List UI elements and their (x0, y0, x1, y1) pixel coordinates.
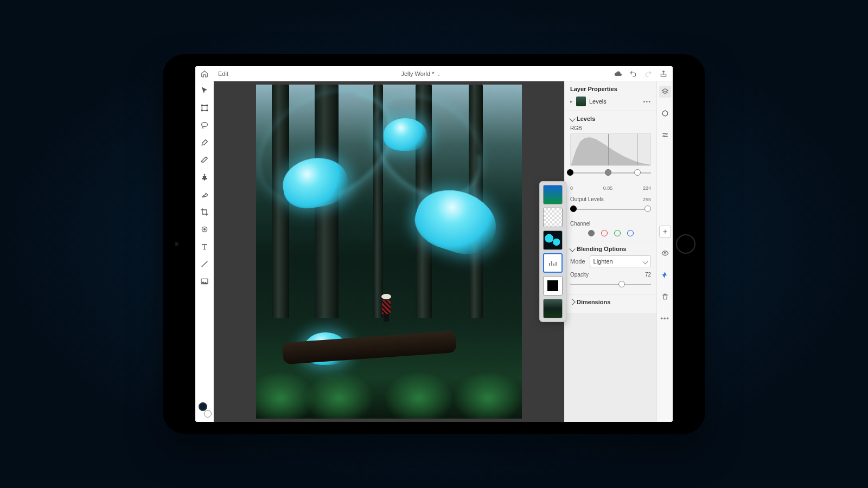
output-levels-label: Output Levels (570, 196, 604, 202)
input-mid-value: 0.85 (603, 185, 613, 191)
chevron-down-icon (643, 259, 648, 264)
undo-icon[interactable] (629, 70, 637, 78)
transform-tool[interactable] (200, 103, 209, 113)
document-title[interactable]: Jelly World * ⌄ (228, 70, 614, 77)
layer-more-icon[interactable]: ••• (643, 98, 651, 105)
output-levels-slider[interactable] (570, 206, 651, 214)
shape-tool[interactable] (200, 224, 209, 234)
canvas-area[interactable] (214, 81, 564, 422)
channel-heading: Channel (570, 221, 651, 227)
layer-thumb-gradient[interactable] (543, 185, 563, 204)
redo-icon[interactable] (644, 70, 652, 78)
chevron-down-icon: ⌄ (437, 72, 441, 77)
brush-tool[interactable] (200, 138, 209, 147)
more-icon[interactable]: ••• (659, 312, 671, 324)
panel-header: Layer Properties (565, 81, 656, 94)
svg-point-8 (203, 229, 205, 230)
dimensions-section: Dimensions (565, 294, 656, 313)
clone-tool[interactable] (200, 172, 209, 182)
input-mid-knob[interactable] (605, 169, 611, 176)
input-white-knob[interactable] (634, 169, 641, 176)
input-levels-slider[interactable] (570, 169, 651, 178)
mode-label: Mode (570, 258, 585, 265)
crop-tool[interactable] (200, 207, 209, 217)
left-toolbar (195, 81, 214, 422)
dimensions-section-toggle[interactable]: Dimensions (570, 299, 651, 305)
properties-panel: Layer Properties ▸ Levels ••• Levels RGB (564, 81, 656, 422)
adjustments-icon[interactable] (659, 129, 671, 141)
visibility-icon[interactable] (659, 247, 671, 259)
trash-icon[interactable] (659, 291, 671, 303)
blending-section-toggle[interactable]: Blending Options (570, 246, 651, 252)
eraser-tool[interactable] (200, 155, 209, 165)
output-white-knob[interactable] (644, 206, 651, 212)
opacity-value: 72 (645, 272, 651, 278)
channel-selector (570, 230, 651, 236)
share-icon[interactable] (660, 70, 667, 78)
cloud-icon[interactable] (614, 70, 622, 78)
svg-point-2 (201, 105, 202, 106)
expand-icon: ▸ (570, 99, 573, 104)
place-image-tool[interactable] (200, 277, 209, 286)
layer-thumb-transparent[interactable] (543, 208, 563, 227)
opacity-knob[interactable] (618, 281, 625, 287)
ipad-frame: Edit Jelly World * ⌄ (163, 54, 705, 434)
levels-section: Levels RGB 0 0.85 (565, 111, 656, 241)
edit-menu[interactable]: Edit (218, 70, 228, 77)
input-black-knob[interactable] (567, 169, 573, 176)
output-black-knob[interactable] (570, 206, 577, 212)
opacity-label: Opacity (570, 272, 589, 278)
output-white-value: 255 (643, 197, 651, 202)
svg-point-4 (201, 110, 202, 111)
input-black-value: 0 (570, 185, 573, 191)
layer-thumb-mask[interactable] (543, 276, 563, 296)
layer-thumb-levels[interactable] (543, 253, 563, 273)
svg-rect-1 (202, 105, 207, 110)
layer-thumb-forest[interactable] (543, 299, 563, 318)
channel-rgb[interactable] (588, 230, 595, 236)
blending-section: Blending Options Mode Lighten Opacity 72 (565, 241, 656, 294)
type-tool[interactable] (200, 242, 209, 252)
ipad-home-button[interactable] (676, 234, 695, 254)
fx-icon[interactable] (659, 269, 671, 281)
svg-point-3 (206, 105, 207, 106)
opacity-slider[interactable] (570, 281, 651, 290)
smudge-tool[interactable] (200, 190, 209, 200)
svg-point-10 (666, 133, 667, 134)
comments-icon[interactable] (659, 107, 671, 119)
svg-point-5 (206, 110, 207, 111)
right-toolbar: ••• (656, 81, 673, 422)
layer-thumb-jellies[interactable] (543, 230, 563, 250)
layers-panel-icon[interactable] (659, 86, 671, 98)
lasso-tool[interactable] (200, 120, 209, 130)
channel-green[interactable] (614, 230, 621, 236)
channel-blue[interactable] (627, 230, 634, 236)
top-bar: Edit Jelly World * ⌄ (195, 66, 673, 81)
app-screen: Edit Jelly World * ⌄ (195, 66, 673, 422)
svg-point-6 (201, 123, 207, 127)
blend-mode-select[interactable]: Lighten (590, 255, 651, 267)
move-tool[interactable] (200, 86, 209, 95)
channel-red[interactable] (601, 230, 608, 236)
active-layer-row[interactable]: ▸ Levels ••• (565, 94, 656, 111)
active-layer-name: Levels (589, 98, 607, 105)
add-layer-icon[interactable] (659, 226, 671, 237)
canvas[interactable] (256, 85, 522, 419)
channel-label: RGB (570, 125, 651, 131)
home-icon[interactable] (201, 70, 208, 78)
layer-mini-thumb (576, 97, 586, 106)
levels-section-toggle[interactable]: Levels (570, 115, 651, 122)
line-tool[interactable] (200, 259, 209, 269)
input-white-value: 224 (643, 185, 651, 191)
histogram[interactable] (570, 133, 651, 166)
color-swatch[interactable] (200, 404, 209, 414)
layer-thumbnail-strip (539, 181, 566, 322)
svg-point-12 (664, 252, 666, 254)
svg-point-11 (663, 136, 664, 137)
